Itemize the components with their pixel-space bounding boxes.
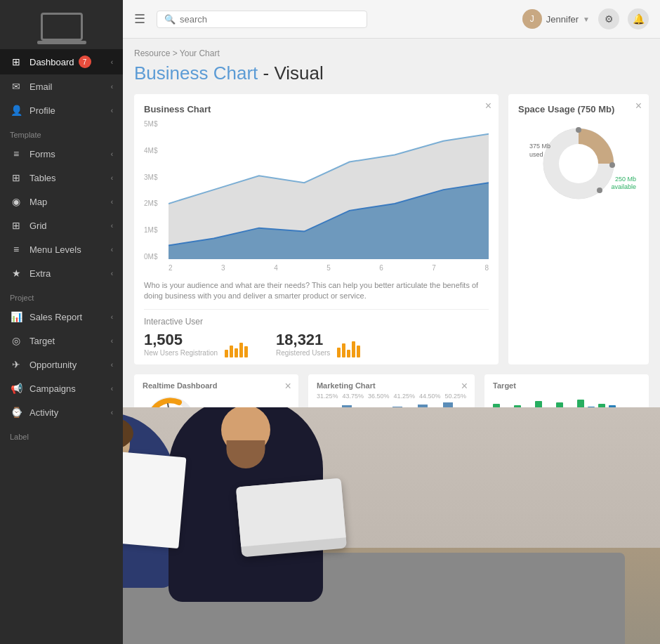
marketing-percentages: 31.25% 43.75% 36.50% 41.25% 44.50% 50.25… [317, 393, 466, 400]
sidebar-label-forms: Forms [29, 149, 55, 159]
svg-point-3 [559, 144, 598, 183]
search-bar[interactable]: 🔍 [157, 11, 367, 28]
settings-button[interactable]: ⚙ [598, 8, 619, 29]
forms-icon: ≡ [10, 148, 22, 159]
breadcrumb: Resource > Your Chart [134, 48, 649, 58]
sidebar-item-tables[interactable]: ⊞ Tables ‹ [0, 166, 123, 190]
dashboard-icon: ⊞ [10, 56, 22, 67]
page-title-rest: Visual [274, 63, 323, 84]
hamburger-icon[interactable]: ☰ [134, 11, 145, 27]
mini-bar [225, 350, 228, 357]
breadcrumb-your-chart: Your Chart [180, 48, 220, 58]
sidebar-item-sales-report[interactable]: 📊 Sales Report ‹ [0, 305, 123, 329]
breadcrumb-resource: Resource [134, 48, 170, 58]
sidebar-item-target[interactable]: ◎ Target ‹ [0, 329, 123, 353]
topbar-right: J Jennifer ▼ ⚙ 🔔 [522, 8, 649, 29]
gauge-svg [143, 393, 199, 407]
sidebar-item-campaigns[interactable]: 📢 Campaigns ‹ [0, 376, 123, 400]
user-name: Jennifer [546, 14, 579, 25]
chevron-icon: ‹ [111, 107, 113, 114]
sidebar-label-extra: Extra [29, 268, 51, 279]
space-usage-card: × Space Usage (750 Mb) [508, 94, 649, 364]
notification-button[interactable]: 🔔 [628, 8, 649, 29]
donut-svg [536, 121, 621, 206]
section-template: Template [0, 122, 123, 142]
sidebar-item-extra[interactable]: ★ Extra ‹ [0, 261, 123, 285]
avatar: J [522, 9, 542, 29]
chevron-icon: ‹ [111, 361, 113, 369]
realtime-title: Realtime Dashboard [143, 381, 290, 390]
sidebar-item-grid[interactable]: ⊞ Grid ‹ [0, 213, 123, 237]
metric-label-2: Registered Users [276, 349, 330, 357]
chevron-icon: ‹ [111, 246, 113, 254]
chevron-icon: ‹ [111, 174, 113, 182]
search-icon: 🔍 [164, 14, 176, 25]
profile-icon: 👤 [10, 105, 22, 116]
chevron-icon: ‹ [111, 83, 113, 91]
target-card-title: Target [493, 381, 640, 390]
laptop-icon [41, 13, 83, 41]
close-button[interactable]: × [635, 100, 642, 112]
mini-bar [235, 348, 238, 357]
marketing-chart-card: × Marketing Chart 31.25% 43.75% 36.50% 4… [308, 374, 475, 407]
sidebar-item-activity[interactable]: ⌚ Activity ‹ [0, 400, 123, 424]
close-button[interactable]: × [485, 100, 491, 112]
chevron-icon: ‹ [111, 409, 113, 416]
svg-rect-26 [556, 402, 563, 407]
mini-bar [347, 350, 350, 357]
main-content: Resource > Your Chart Business Chart - V… [123, 39, 660, 407]
chart-area: 5M$ 4M$ 3M$ 2M$ 1M$ 0M$ [144, 120, 489, 275]
chevron-icon: ‹ [111, 58, 113, 66]
user-menu[interactable]: J Jennifer ▼ [522, 9, 590, 29]
business-chart-card: × Business Chart 5M$ 4M$ 3M$ 2M$ 1M$ 0M$ [134, 94, 499, 364]
business-chart-svg [169, 120, 489, 259]
search-input[interactable] [180, 14, 359, 25]
section-label: Label [0, 424, 123, 444]
extra-icon: ★ [10, 268, 22, 279]
close-button[interactable]: × [461, 380, 468, 393]
sidebar-item-profile[interactable]: 👤 Profile ‹ [0, 98, 123, 122]
chevron-icon: ‹ [111, 337, 113, 345]
donut-chart-wrap: 375 Mbused 250 Mbavailable [536, 121, 621, 206]
topbar: ☰ 🔍 J Jennifer ▼ ⚙ 🔔 [123, 0, 660, 39]
breadcrumb-separator: > [173, 48, 180, 58]
mini-bar [352, 341, 355, 357]
sidebar-item-dashboard[interactable]: ⊞ Dashboard 7 ‹ [0, 49, 123, 74]
sidebar-item-email[interactable]: ✉ Email ‹ [0, 74, 123, 98]
tables-icon: ⊞ [10, 172, 22, 183]
sidebar-label-sales-report: Sales Report [29, 312, 82, 322]
realtime-dashboard-card: × Realtime Dashboard [134, 374, 298, 407]
chart-description: Who is your audience and what are their … [144, 280, 489, 302]
sidebar-label-opportunity: Opportunity [29, 360, 77, 370]
sidebar-label-dashboard: Dashboard [29, 57, 74, 67]
metric-registered-users: 18,321 Registered Users [276, 331, 360, 357]
metrics-row: 1,505 New Users Registration 18,321 Regi… [144, 331, 489, 357]
sidebar-label-target: Target [29, 336, 55, 346]
mini-bars-2 [337, 338, 360, 357]
interactive-user-title: Interactive User [144, 317, 489, 327]
dashboard-badge: 7 [79, 55, 91, 68]
svg-point-6 [597, 188, 602, 193]
target-bars-svg [493, 393, 626, 407]
marketing-bars-svg [317, 402, 457, 407]
mini-bar [239, 343, 243, 357]
sidebar-item-map[interactable]: ◉ Map ‹ [0, 190, 123, 213]
sidebar-logo [0, 0, 123, 49]
page-title: Business Chart - Visual [134, 63, 649, 84]
page-title-colored: Business Chart [134, 63, 258, 84]
cards-row: × Business Chart 5M$ 4M$ 3M$ 2M$ 1M$ 0M$ [134, 94, 649, 364]
svg-point-5 [609, 162, 615, 168]
mini-bar [357, 346, 360, 357]
sidebar-label-menu-levels: Menu Levels [29, 244, 81, 255]
sidebar-item-forms[interactable]: ≡ Forms ‹ [0, 142, 123, 166]
sidebar-item-menu-levels[interactable]: ≡ Menu Levels ‹ [0, 237, 123, 261]
user-dropdown-icon: ▼ [583, 15, 590, 23]
metric-new-users: 1,505 New Users Registration [144, 331, 248, 357]
mini-bars-1 [225, 338, 248, 357]
close-button[interactable]: × [285, 380, 291, 393]
sidebar-label-campaigns: Campaigns [29, 383, 76, 394]
mini-bar [244, 346, 248, 357]
bottom-cards-row: × Realtime Dashboard × Marketing Chart 3… [134, 374, 649, 407]
sidebar-item-opportunity[interactable]: ✈ Opportunity ‹ [0, 353, 123, 376]
sidebar-label-grid: Grid [29, 221, 47, 231]
